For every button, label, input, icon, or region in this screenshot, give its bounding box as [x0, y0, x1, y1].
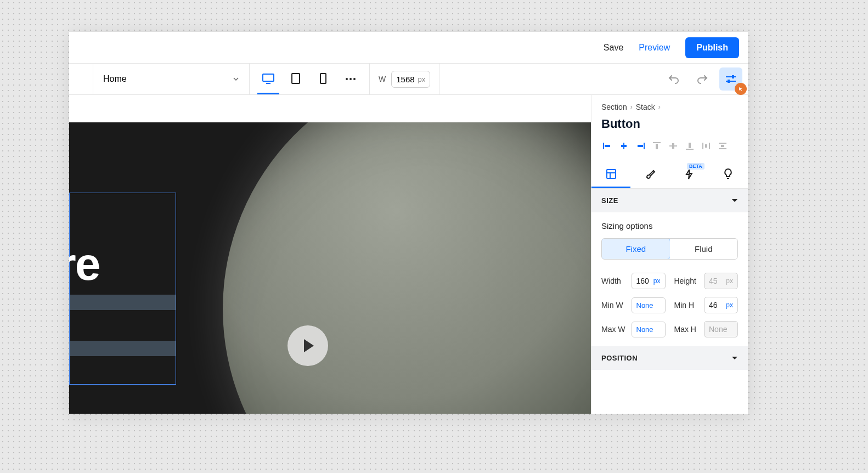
alignment-row [591, 139, 748, 161]
size-header-label: SIZE [601, 196, 618, 205]
svg-rect-20 [672, 143, 674, 149]
align-right-button[interactable] [633, 139, 647, 153]
style-tab[interactable] [630, 161, 669, 188]
max-width-label: Max W [601, 325, 625, 334]
align-bottom-button[interactable] [683, 139, 697, 153]
min-height-field: Min H 46 px [674, 297, 739, 313]
distribute-v-button[interactable] [715, 139, 730, 153]
page-select-label: Home [103, 74, 127, 84]
align-middle-button[interactable] [666, 139, 680, 153]
help-tab[interactable] [709, 161, 748, 188]
align-top-button[interactable] [650, 139, 664, 153]
chevron-right-icon: › [630, 103, 633, 111]
element-bar[interactable] [69, 341, 176, 356]
width-unit: px [418, 75, 426, 83]
svg-rect-18 [656, 144, 658, 149]
inspector-tabs: BETA [591, 161, 748, 189]
sizing-toggle-group: Fixed Fluid [601, 238, 738, 260]
svg-rect-14 [621, 145, 627, 147]
max-width-field: Max W None [601, 321, 666, 337]
breadcrumb-item[interactable]: Section [601, 103, 627, 111]
svg-rect-16 [638, 145, 643, 147]
fluid-sizing-option[interactable]: Fluid [670, 239, 738, 259]
svg-rect-25 [705, 144, 707, 148]
align-top-icon [652, 142, 662, 150]
toolbar-spacer [439, 64, 657, 94]
align-middle-icon [668, 142, 678, 150]
svg-rect-8 [732, 75, 734, 78]
breadcrumb: Section › Stack › [591, 95, 748, 115]
inspector-toggle-button[interactable] [719, 67, 742, 91]
play-button[interactable] [288, 325, 328, 366]
position-section-header[interactable]: POSITION [591, 346, 748, 370]
max-width-input[interactable]: None [632, 322, 666, 337]
fixed-sizing-option[interactable]: Fixed [601, 238, 670, 260]
main-area: re Section › Stack › Button [69, 95, 748, 414]
width-value: 1568 [396, 75, 414, 84]
chevron-down-icon [233, 76, 239, 82]
width-section: W 1568 px [370, 64, 439, 94]
canvas-area[interactable]: re [69, 95, 591, 414]
svg-rect-12 [605, 145, 610, 147]
element-bar[interactable] [69, 295, 176, 310]
lightbulb-icon [723, 168, 733, 180]
layout-tab[interactable] [591, 161, 630, 188]
svg-point-4 [346, 78, 348, 80]
caret-down-icon [731, 199, 738, 203]
hero-text-fragment: re [69, 238, 99, 291]
width-field: Width 160 px [601, 273, 666, 289]
svg-rect-22 [689, 143, 691, 148]
svg-rect-3 [320, 74, 326, 83]
toolbar: Home W 1568 px [69, 64, 748, 95]
position-header-label: POSITION [601, 354, 638, 362]
undo-button[interactable] [662, 67, 685, 91]
svg-rect-2 [292, 74, 300, 83]
layout-icon [606, 168, 617, 179]
min-width-field: Min W None [601, 297, 666, 313]
more-devices-button[interactable] [340, 77, 362, 81]
min-width-input[interactable]: None [632, 297, 666, 313]
cursor-badge-icon [735, 83, 747, 95]
height-input[interactable]: 45 px [704, 273, 738, 289]
distribute-h-icon [701, 142, 711, 150]
dimension-grid: Width 160 px Height 45 px [601, 273, 738, 337]
app-window: Save Preview Publish Home W 1568 [69, 32, 748, 414]
actions-tab[interactable]: BETA [670, 161, 709, 188]
svg-rect-29 [607, 170, 616, 178]
height-field: Height 45 px [674, 273, 739, 289]
svg-point-5 [350, 78, 352, 80]
distribute-v-icon [718, 142, 728, 150]
canvas-image: re [69, 122, 591, 414]
height-field-label: Height [674, 277, 696, 285]
align-left-button[interactable] [600, 139, 615, 153]
beta-badge: BETA [687, 163, 704, 170]
inspector-panel: Section › Stack › Button [591, 95, 748, 414]
selected-element-title: Button [591, 115, 748, 139]
redo-button[interactable] [691, 67, 714, 91]
min-height-input[interactable]: 46 px [704, 297, 738, 313]
redo-icon [697, 74, 708, 84]
width-input[interactable]: 160 px [632, 273, 666, 289]
align-center-h-button[interactable] [617, 139, 631, 153]
align-right-icon [635, 142, 645, 150]
preview-link[interactable]: Preview [639, 43, 670, 53]
desktop-icon [262, 73, 274, 84]
page-select[interactable]: Home [93, 64, 250, 94]
save-link[interactable]: Save [604, 43, 623, 53]
breadcrumb-item[interactable]: Stack [636, 103, 655, 111]
brush-icon [645, 168, 656, 179]
distribute-h-button[interactable] [699, 139, 713, 153]
desktop-device-button[interactable] [257, 64, 279, 94]
size-section-body: Sizing options Fixed Fluid Width 160 px … [591, 212, 748, 346]
width-field-label: Width [601, 277, 621, 285]
align-center-h-icon [619, 142, 629, 150]
max-height-input[interactable]: None [704, 321, 738, 337]
mobile-device-button[interactable] [312, 64, 334, 94]
size-section-header[interactable]: SIZE [591, 189, 748, 212]
mobile-icon [320, 73, 326, 84]
canvas-width-input[interactable]: 1568 px [391, 71, 430, 88]
tablet-device-button[interactable] [285, 64, 307, 94]
svg-point-6 [353, 78, 356, 80]
max-height-label: Max H [674, 325, 696, 334]
publish-button[interactable]: Publish [685, 37, 739, 58]
